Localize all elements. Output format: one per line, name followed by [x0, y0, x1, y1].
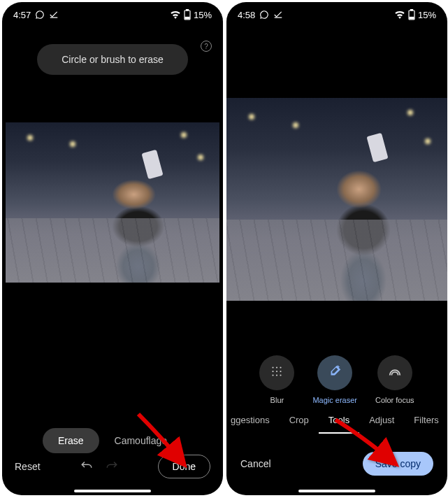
battery-percent: 15% [418, 10, 436, 20]
tab-tools[interactable]: Tools [319, 408, 359, 434]
wifi-icon [394, 10, 405, 19]
cancel-button[interactable]: Cancel [240, 458, 271, 469]
svg-rect-4 [410, 10, 412, 11]
tool-magic-eraser-label: Magic eraser [312, 396, 357, 404]
done-button[interactable]: Done [158, 455, 210, 478]
svg-point-14 [280, 374, 282, 376]
instruction-pill: Circle or brush to erase [37, 44, 188, 75]
magic-eraser-icon [327, 364, 342, 382]
wifi-icon [170, 10, 181, 19]
svg-point-7 [276, 367, 277, 368]
reset-button[interactable]: Reset [15, 461, 41, 472]
photo-canvas[interactable] [226, 98, 447, 301]
svg-rect-5 [410, 17, 414, 20]
svg-point-11 [280, 371, 282, 372]
svg-point-8 [280, 367, 282, 368]
photo-canvas[interactable] [6, 122, 219, 283]
tool-color-focus-label: Color focus [375, 396, 414, 404]
svg-point-9 [273, 371, 274, 372]
category-tabs: ggestions Crop Tools Adjust Filters [226, 408, 447, 434]
tab-adjust[interactable]: Adjust [359, 408, 404, 434]
battery-percent: 15% [194, 10, 212, 20]
tab-erase[interactable]: Erase [43, 428, 99, 453]
blur-icon [269, 364, 284, 382]
redo-icon[interactable] [106, 460, 118, 473]
checkmark-icon [273, 10, 283, 20]
tab-crop[interactable]: Crop [280, 408, 319, 434]
help-icon[interactable]: ? [201, 41, 212, 52]
tools-row: Blur Magic eraser Color focus [226, 355, 447, 404]
status-time: 4:58 [238, 10, 255, 20]
bottom-bar: Reset Done [2, 455, 223, 487]
nav-handle[interactable] [74, 490, 151, 492]
battery-icon [184, 9, 191, 20]
svg-point-6 [273, 367, 274, 368]
bottom-bar: Cancel Save copy [226, 452, 447, 485]
svg-point-10 [276, 371, 277, 372]
status-time: 4:57 [13, 10, 31, 20]
svg-rect-2 [185, 17, 189, 20]
status-bar: 4:57 15% [2, 2, 223, 24]
tool-magic-eraser[interactable]: Magic eraser [312, 355, 357, 404]
tab-suggestions[interactable]: ggestions [228, 408, 280, 434]
tab-filters[interactable]: Filters [404, 408, 441, 434]
svg-point-12 [273, 374, 274, 376]
tool-color-focus[interactable]: Color focus [375, 355, 414, 404]
phone-screen-right: 4:58 15% Blur Magic eraser Color fo [226, 2, 447, 495]
undo-icon[interactable] [80, 460, 93, 473]
instruction-text: Circle or brush to erase [62, 54, 164, 65]
svg-point-13 [276, 374, 277, 376]
battery-icon [408, 9, 415, 20]
status-bar: 4:58 15% [226, 2, 447, 24]
phone-screen-left: 4:57 15% ? Circle or brush to erase Eras… [2, 2, 223, 495]
tool-blur[interactable]: Blur [259, 355, 294, 404]
whatsapp-icon [35, 10, 45, 20]
nav-handle[interactable] [298, 490, 375, 492]
tab-camouflage[interactable]: Camouflage [99, 428, 183, 453]
checkmark-icon [49, 10, 59, 20]
save-copy-button[interactable]: Save copy [363, 452, 433, 476]
color-focus-icon [387, 364, 403, 382]
svg-rect-1 [186, 10, 188, 11]
tool-blur-label: Blur [270, 396, 284, 404]
whatsapp-icon [259, 10, 269, 20]
erase-mode-tabs: Erase Camouflage [2, 428, 223, 453]
